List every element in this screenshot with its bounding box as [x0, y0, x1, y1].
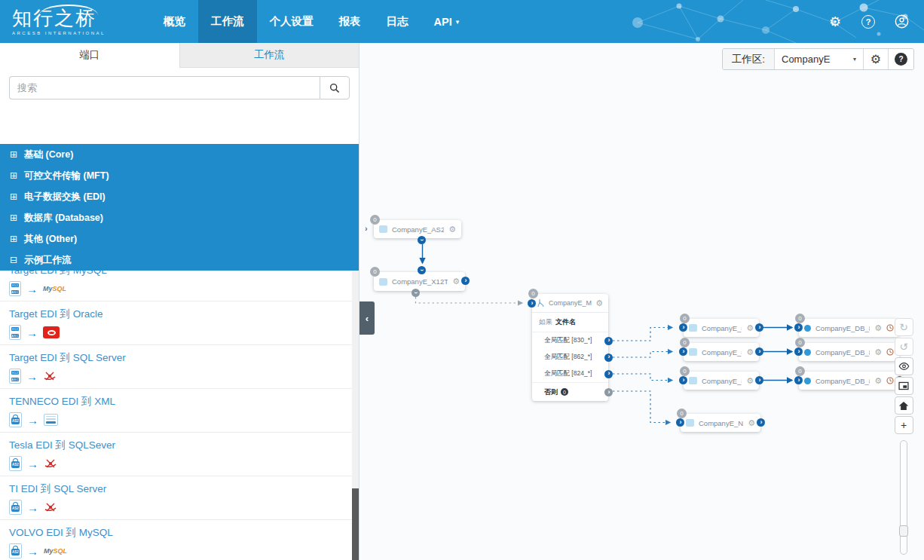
category-edi[interactable]: ⊞ 电子数据交换 (EDI): [0, 186, 359, 207]
app-logo[interactable]: 知行之桥 ARCESB INTERNATIONAL: [0, 0, 151, 43]
node-companye-as2[interactable]: 0 › CompanyE_AS2 ⚙ ›: [374, 220, 461, 238]
input-port[interactable]: ›: [679, 347, 687, 356]
input-port[interactable]: ›: [679, 323, 687, 332]
as2-icon: AS2: [9, 500, 22, 515]
node-companye-match[interactable]: 0 › CompanyE_Match ⚙ 如果 文件名 全局匹配 [830_*]…: [532, 294, 608, 401]
user-account-icon[interactable]: [894, 14, 909, 29]
node-companye-db-824[interactable]: 0 › CompanyE_DB_824 ⚙ ›: [799, 372, 899, 390]
node-companye-notify[interactable]: 0 › CompanyE_Notify ⚙ ›: [681, 414, 760, 432]
export-image-button[interactable]: [895, 377, 913, 395]
node-settings-gear-icon[interactable]: ⚙: [746, 324, 754, 332]
category-mft[interactable]: ⊞ 可控文件传输 (MFT): [0, 165, 359, 186]
input-port[interactable]: ›: [418, 266, 426, 274]
node-settings-gear-icon[interactable]: ⚙: [448, 225, 456, 234]
node-companye-824-in[interactable]: 0 › CompanyE_824_In ⚙ ›: [684, 372, 759, 390]
home-icon: [898, 401, 909, 411]
category-other[interactable]: ⊞ 其他 (Other): [0, 228, 359, 249]
nav-item-personal-settings[interactable]: 个人设置: [257, 0, 326, 43]
workflow-title: TI EDI 到 SQL Server: [9, 482, 343, 495]
fit-home-button[interactable]: [895, 396, 913, 415]
workflow-item-volvo-mysql[interactable]: VOLVO EDI 到 MySQL AS2 → MySQL: [0, 520, 352, 560]
output-port[interactable]: ›: [755, 323, 763, 332]
nav-item-logs[interactable]: 日志: [374, 0, 421, 43]
input-port[interactable]: ›: [794, 376, 803, 384]
node-companye-x12toxml[interactable]: 0 › CompanyE_X12ToXML ⚙ › ›: [374, 272, 465, 291]
rule-output-port[interactable]: ›: [604, 337, 613, 345]
node-settings-gear-icon[interactable]: ⚙: [746, 348, 754, 357]
workspace-select[interactable]: CompanyE ▾: [775, 49, 864, 69]
output-port[interactable]: ›: [755, 376, 763, 384]
match-else-row[interactable]: 否则 0 ›: [532, 382, 608, 401]
node-settings-gear-icon[interactable]: ⚙: [748, 419, 755, 427]
node-label: CompanyE_Match: [549, 299, 592, 307]
output-port[interactable]: ›: [418, 236, 426, 244]
node-settings-gear-icon[interactable]: ⚙: [595, 299, 603, 308]
rule-output-port[interactable]: ›: [604, 370, 613, 378]
workflow-item-target-sqlserver[interactable]: Target EDI 到 SQL Server X12ASC →: [0, 345, 352, 389]
output-port[interactable]: ›: [461, 277, 470, 285]
undo-button[interactable]: ↺: [895, 338, 913, 356]
nav-item-api[interactable]: API ▾: [421, 0, 473, 43]
preview-eye-button[interactable]: [895, 357, 913, 375]
match-rule-862[interactable]: 全局匹配 [862_*] ›: [532, 349, 608, 366]
x12-doc-icon: X12ASC: [9, 281, 21, 296]
node-companye-830-in[interactable]: 0 › CompanyE_830_In ⚙ ›: [684, 319, 759, 337]
help-icon[interactable]: ?: [861, 14, 876, 29]
nav-item-overview[interactable]: 概览: [151, 0, 198, 43]
workflow-item-tesla-sqlserver[interactable]: Tesla EDI 到 SQLSever AS2 →: [0, 433, 352, 476]
node-label: CompanyE_830_In: [702, 324, 742, 332]
tab-ports[interactable]: 端口: [0, 43, 179, 68]
tab-workflows[interactable]: 工作流: [179, 43, 360, 67]
zoom-slider-thumb[interactable]: [899, 525, 908, 537]
settings-gear-icon[interactable]: ⚙: [828, 14, 843, 29]
collapse-minus-icon: ⊟: [10, 255, 17, 265]
output-port[interactable]: ›: [755, 347, 763, 356]
workflow-item-tenneco-xml[interactable]: TENNECO EDI 到 XML AS2 →: [0, 389, 352, 433]
workflow-item-target-oracle[interactable]: Target EDI 到 Oracle X12ASC →: [0, 301, 352, 345]
redo-button[interactable]: ↻: [895, 318, 913, 336]
workspace-help-button[interactable]: ?: [889, 49, 913, 69]
output-port[interactable]: ›: [757, 418, 765, 427]
sidebar-scrollbar-thumb[interactable]: [352, 488, 359, 560]
workspace-settings-button[interactable]: ⚙: [864, 49, 889, 69]
node-companye-db-862-in[interactable]: 0 › CompanyE_DB_862_IN ⚙ ›: [799, 343, 899, 361]
input-port[interactable]: ›: [676, 418, 684, 427]
search-input[interactable]: [9, 76, 320, 99]
input-port[interactable]: ›: [794, 347, 803, 356]
nav-item-reports[interactable]: 报表: [326, 0, 374, 43]
node-settings-gear-icon[interactable]: ⚙: [874, 377, 882, 385]
search-button[interactable]: [320, 76, 350, 99]
flow-canvas[interactable]: ‹ 工作区: CompanyE ▾ ⚙ ? 0 › CompanyE_AS2 ⚙…: [360, 43, 924, 560]
match-rule-824[interactable]: 全局匹配 [824_*] ›: [532, 366, 608, 382]
node-settings-gear-icon[interactable]: ⚙: [452, 277, 460, 286]
sidebar: 端口 工作流 Target EDI 到 MySQL X12ASC → MySQL…: [0, 43, 360, 560]
sidebar-scrollbar-track[interactable]: [352, 226, 359, 560]
workflow-item-ti-sqlserver[interactable]: TI EDI 到 SQL Server AS2 →: [0, 476, 352, 520]
input-port[interactable]: ›: [679, 376, 687, 384]
bottom-output-port[interactable]: ›: [412, 289, 420, 297]
match-node-header[interactable]: › CompanyE_Match ⚙: [532, 294, 608, 313]
else-output-port[interactable]: ›: [604, 388, 613, 396]
nav-item-workflows[interactable]: 工作流: [198, 0, 257, 43]
node-companye-862-in[interactable]: 0 › CompanyE_862_In ⚙ ›: [684, 343, 759, 361]
category-core[interactable]: ⊞ 基础 (Core): [0, 144, 359, 165]
input-port[interactable]: ›: [528, 299, 536, 308]
zoom-slider-track[interactable]: [900, 440, 907, 555]
node-settings-gear-icon[interactable]: ⚙: [874, 348, 882, 357]
match-rule-830[interactable]: 全局匹配 [830_*] ›: [532, 332, 608, 349]
rule-output-port[interactable]: ›: [604, 353, 613, 362]
node-companye-db-830-in[interactable]: 0 › CompanyE_DB_830_IN ⚙ ›: [799, 319, 899, 337]
schedule-clock-icon[interactable]: [886, 377, 894, 384]
nav-item-api-label: API: [434, 16, 452, 28]
category-database[interactable]: ⊞ 数据库 (Database): [0, 207, 359, 228]
zoom-in-button[interactable]: +: [895, 416, 913, 434]
schedule-clock-icon[interactable]: [886, 348, 894, 356]
input-port[interactable]: ›: [794, 323, 803, 332]
schedule-clock-icon[interactable]: [886, 324, 894, 332]
sidebar-collapse-handle[interactable]: ‹: [360, 301, 375, 335]
workflow-icons: X12ASC →: [9, 324, 343, 341]
node-settings-gear-icon[interactable]: ⚙: [874, 324, 882, 332]
node-settings-gear-icon[interactable]: ⚙: [746, 377, 754, 385]
workflow-title: Target EDI 到 Oracle: [9, 308, 343, 320]
category-sample-workflows[interactable]: ⊟ 示例工作流: [0, 249, 359, 271]
